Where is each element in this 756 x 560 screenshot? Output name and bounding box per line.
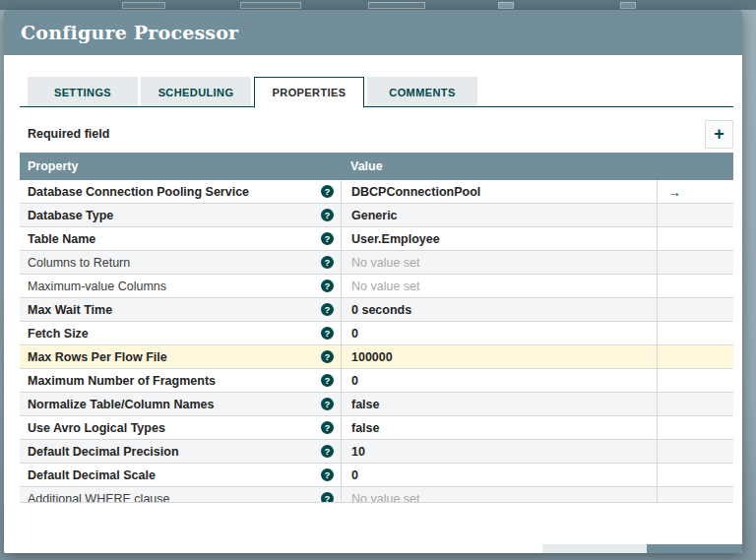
property-value: No value set	[351, 492, 419, 504]
table-row[interactable]: Database Connection Pooling Service ? DB…	[20, 180, 733, 204]
table-row[interactable]: Max Rows Per Flow File ? 100000	[20, 345, 733, 369]
table-row[interactable]: Default Decimal Precision ? 10	[20, 440, 733, 464]
property-name: Max Rows Per Flow File	[28, 350, 321, 364]
background-processor-shape	[240, 2, 301, 9]
property-value: 0	[351, 374, 358, 388]
property-cell: Default Decimal Scale ?	[20, 464, 341, 486]
table-toolbar: Required field +	[20, 119, 733, 149]
property-value: false	[351, 421, 380, 435]
help-icon[interactable]: ?	[321, 421, 334, 434]
property-value: No value set	[351, 280, 419, 293]
table-row[interactable]: Use Avro Logical Types ? false	[20, 416, 733, 440]
dialog-footer: CANCEL APPLY	[542, 544, 742, 553]
property-cell: Normalize Table/Column Names ?	[20, 393, 341, 415]
tab-settings[interactable]: SETTINGS	[28, 77, 138, 106]
value-cell[interactable]: No value set	[341, 487, 657, 503]
table-row[interactable]: Additional WHERE clause ? No value set	[20, 487, 733, 503]
property-name: Default Decimal Scale	[28, 468, 321, 482]
property-name: Use Avro Logical Types	[28, 421, 321, 435]
background-toolbar-icon	[498, 2, 514, 9]
help-icon[interactable]: ?	[321, 445, 334, 458]
help-icon[interactable]: ?	[321, 492, 334, 503]
table-row[interactable]: Maximum Number of Fragments ? 0	[20, 369, 733, 393]
property-name: Database Type	[28, 209, 321, 222]
add-property-button[interactable]: +	[705, 120, 733, 149]
action-cell	[657, 251, 733, 274]
value-cell[interactable]: 0	[341, 464, 657, 486]
action-cell	[657, 440, 733, 463]
action-cell	[657, 345, 733, 368]
help-icon[interactable]: ?	[321, 256, 334, 269]
cancel-button[interactable]: CANCEL	[542, 544, 647, 553]
value-cell[interactable]: Generic	[341, 204, 657, 226]
action-cell	[657, 393, 733, 415]
help-icon[interactable]: ?	[321, 468, 334, 481]
value-cell[interactable]: 0	[341, 322, 657, 344]
property-cell: Use Avro Logical Types ?	[20, 416, 341, 439]
property-name: Normalize Table/Column Names	[28, 398, 321, 411]
property-name: Max Wait Time	[28, 303, 321, 317]
table-row[interactable]: Columns to Return ? No value set	[20, 251, 733, 275]
value-cell[interactable]: 0	[341, 369, 657, 392]
action-cell	[657, 416, 733, 439]
column-header-value: Value	[341, 159, 657, 173]
property-cell: Default Decimal Precision ?	[20, 440, 341, 463]
table-row[interactable]: Default Decimal Scale ? 0	[20, 464, 733, 487]
table-row[interactable]: Max Wait Time ? 0 seconds	[20, 298, 733, 322]
property-cell: Database Type ?	[20, 204, 341, 226]
background-toolbar-icon	[620, 2, 636, 9]
tab-properties[interactable]: PROPERTIES	[254, 77, 364, 108]
property-name: Fetch Size	[28, 327, 321, 341]
tab-strip: SETTINGS SCHEDULING PROPERTIES COMMENTS	[20, 77, 733, 107]
table-row[interactable]: Table Name ? User.Employee	[20, 227, 733, 251]
tab-comments[interactable]: COMMENTS	[367, 77, 477, 106]
property-value: DBCPConnectionPool	[351, 185, 480, 199]
property-cell: Maximum-value Columns ?	[20, 275, 341, 297]
table-body: Database Connection Pooling Service ? DB…	[20, 180, 733, 503]
dialog-header: Configure Processor	[4, 10, 742, 55]
help-icon[interactable]: ?	[321, 350, 334, 363]
property-cell: Fetch Size ?	[20, 322, 341, 344]
value-cell[interactable]: DBCPConnectionPool	[341, 180, 657, 203]
property-cell: Maximum Number of Fragments ?	[20, 369, 341, 392]
go-to-service-icon[interactable]: →	[667, 184, 681, 200]
property-value: No value set	[351, 256, 419, 270]
value-cell[interactable]: No value set	[341, 251, 657, 274]
dialog-title: Configure Processor	[21, 22, 238, 43]
value-cell[interactable]: No value set	[341, 275, 657, 297]
help-icon[interactable]: ?	[321, 209, 334, 221]
action-cell: →	[657, 180, 733, 203]
action-cell	[657, 204, 733, 226]
value-cell[interactable]: User.Employee	[341, 227, 657, 250]
table-row[interactable]: Maximum-value Columns ? No value set	[20, 275, 733, 298]
property-cell: Max Wait Time ?	[20, 298, 341, 321]
background-processor-shape	[368, 2, 425, 9]
value-cell[interactable]: 10	[341, 440, 657, 463]
action-cell	[657, 369, 733, 392]
property-value: 100000	[351, 350, 393, 364]
help-icon[interactable]: ?	[321, 327, 334, 340]
value-cell[interactable]: 0 seconds	[341, 298, 657, 321]
help-icon[interactable]: ?	[321, 280, 334, 292]
table-row[interactable]: Normalize Table/Column Names ? false	[20, 393, 733, 416]
table-header-row: Property Value	[20, 153, 733, 180]
property-value: Generic	[351, 209, 398, 222]
tab-scheduling[interactable]: SCHEDULING	[141, 77, 251, 106]
help-icon[interactable]: ?	[321, 185, 334, 198]
property-value: false	[351, 398, 380, 411]
help-icon[interactable]: ?	[321, 398, 334, 410]
help-icon[interactable]: ?	[321, 303, 334, 316]
value-cell[interactable]: false	[341, 393, 657, 415]
help-icon[interactable]: ?	[321, 374, 334, 387]
configure-processor-dialog: Configure Processor SETTINGS SCHEDULING …	[4, 10, 742, 553]
table-row[interactable]: Database Type ? Generic	[20, 204, 733, 227]
property-value: 0 seconds	[351, 303, 411, 317]
action-cell	[657, 227, 733, 250]
value-cell[interactable]: 100000	[341, 345, 657, 368]
value-cell[interactable]: false	[341, 416, 657, 439]
property-name: Maximum Number of Fragments	[28, 374, 321, 388]
help-icon[interactable]: ?	[321, 232, 334, 245]
table-row[interactable]: Fetch Size ? 0	[20, 322, 733, 345]
action-cell	[657, 298, 733, 321]
apply-button[interactable]: APPLY	[647, 544, 742, 553]
